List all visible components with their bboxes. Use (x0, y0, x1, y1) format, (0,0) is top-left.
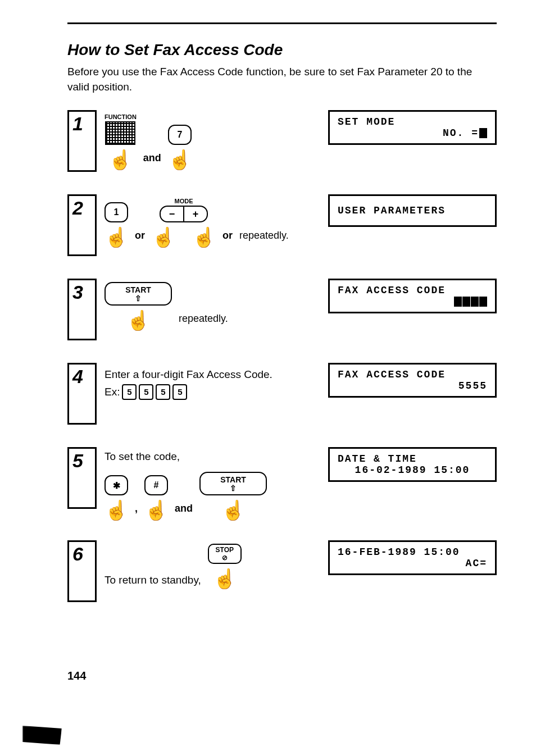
mode-toggle: − + (160, 206, 208, 222)
key-hash: # (144, 475, 168, 495)
cursor-block-icon (462, 297, 470, 307)
up-arrow-icon: ⇧ (135, 295, 142, 302)
ex-digit: 5 (139, 384, 153, 400)
up-arrow-icon: ⇧ (230, 485, 237, 492)
display-line1: FAX ACCESS CODE (338, 369, 487, 380)
key-7: 7 (168, 125, 192, 145)
step-1-row: 1 FUNCTION ☝ and 7 ☝ SET MODE NO. = (67, 110, 497, 172)
display-line1: DATE & TIME (338, 453, 487, 464)
hand-icon: ☝ (152, 226, 175, 248)
key-start: START ⇧ (199, 472, 267, 495)
hand-icon: ☝ (168, 148, 192, 171)
mode-plus: + (184, 207, 207, 221)
step-5-number: 5 (67, 447, 97, 509)
word-repeatedly: repeatedly. (179, 313, 228, 328)
step-6-row: 6 To return to standby, STOP ⊘ ☝ 16-FEB-… (67, 540, 497, 602)
ex-digit: 5 (172, 384, 187, 400)
cursor-block-icon (479, 297, 487, 307)
stop-symbol-icon: ⊘ (222, 554, 228, 562)
mode-label: MODE (175, 198, 193, 204)
hand-icon: ☝ (192, 226, 216, 248)
step-2-number: 2 (67, 194, 97, 256)
display-step1: SET MODE NO. = (328, 110, 497, 145)
key-stop: STOP ⊘ (208, 544, 242, 564)
word-and: and (143, 152, 161, 167)
hand-icon: ☝ (144, 499, 168, 521)
display-step6: 16-FEB-1989 15:00 AC= (328, 540, 497, 575)
display-line2: 16-02-1989 15:00 (338, 464, 487, 476)
word-comma: , (135, 503, 138, 518)
hand-icon: ☝ (213, 567, 237, 590)
cursor-block-icon (454, 297, 462, 307)
display-step3: FAX ACCESS CODE (328, 279, 497, 313)
step-5-row: 5 To set the code, ✱ ☝ , # ☝ and START ⇧… (67, 447, 497, 518)
ex-prefix: Ex: (105, 384, 120, 400)
step-3-row: 3 START ⇧ ☝ repeatedly. FAX ACCESS CODE (67, 279, 497, 340)
display-line2: NO. = (443, 127, 479, 139)
word-repeatedly: repeatedly. (239, 230, 289, 245)
step-1-number: 1 (67, 110, 97, 172)
ex-digit: 5 (156, 384, 170, 400)
step-6-number: 6 (67, 540, 97, 602)
display-line2: 5555 (338, 380, 487, 391)
ex-digit: 5 (122, 384, 137, 400)
step-3-number: 3 (67, 279, 97, 340)
function-label: FUNCTION (105, 113, 137, 120)
display-line2: AC= (338, 558, 487, 569)
step6-instruction: To return to standby, (105, 574, 201, 586)
step5-instruction: To set the code, (105, 450, 320, 463)
display-line1: SET MODE (338, 116, 487, 127)
display-step4: FAX ACCESS CODE 5555 (328, 363, 497, 398)
display-line1: 16-FEB-1989 15:00 (338, 546, 487, 558)
word-and: and (175, 503, 193, 518)
hand-icon: ☝ (105, 226, 128, 248)
cursor-block-icon (479, 128, 487, 138)
page-title: How to Set Fax Access Code (67, 41, 497, 59)
step-4-number: 4 (67, 363, 97, 425)
hand-icon: ☝ (126, 309, 150, 331)
hand-icon: ☝ (105, 499, 128, 521)
cursor-block-icon (471, 297, 479, 307)
display-line1: FAX ACCESS CODE (338, 285, 487, 296)
display-step2: USER PARAMETERS (328, 194, 497, 227)
key-1: 1 (105, 202, 128, 222)
word-or: or (135, 230, 145, 245)
step4-instruction: Enter a four-digit Fax Access Code. (105, 366, 320, 383)
page-number: 144 (67, 670, 497, 682)
display-step5: DATE & TIME 16-02-1989 15:00 (328, 447, 497, 482)
step-2-row: 2 1 ☝ or MODE − + ☝ ☝ or repeatedly. (67, 194, 497, 256)
step-4-row: 4 Enter a four-digit Fax Access Code. Ex… (67, 363, 497, 425)
mode-minus: − (161, 207, 183, 221)
key-start: START ⇧ (105, 282, 172, 306)
intro-text: Before you use the Fax Access Code funct… (67, 65, 497, 94)
key-star: ✱ (105, 475, 128, 495)
display-line1: USER PARAMETERS (338, 205, 487, 216)
hand-icon: ☝ (221, 499, 245, 521)
hand-icon: ☝ (108, 148, 132, 171)
function-keypad-icon (105, 121, 135, 145)
word-or: or (222, 230, 233, 245)
top-rule (67, 22, 497, 24)
